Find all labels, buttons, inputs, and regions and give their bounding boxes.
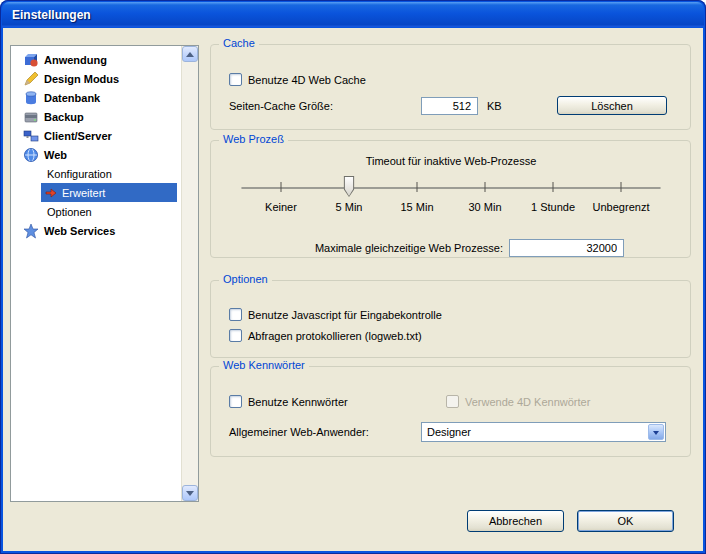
web-process-group: Web Prozeß Timeout für inaktive Web-Proz… bbox=[210, 140, 691, 258]
backup-icon bbox=[23, 109, 39, 125]
sidebar-item-label: Design Modus bbox=[44, 73, 119, 85]
page-cache-size-input[interactable] bbox=[421, 97, 478, 115]
titlebar[interactable]: Einstellungen bbox=[2, 2, 704, 27]
slider-thumb[interactable] bbox=[344, 176, 355, 197]
database-icon bbox=[23, 90, 39, 106]
checkbox-label: Benutze 4D Web Cache bbox=[248, 74, 366, 86]
sidebar-item-label: Web Services bbox=[44, 225, 115, 237]
web-globe-icon bbox=[23, 147, 39, 163]
cancel-button[interactable]: Abbrechen bbox=[467, 510, 564, 532]
sidebar-item-label: Datenbank bbox=[44, 92, 100, 104]
timeout-slider-label: Timeout für inaktive Web-Prozesse bbox=[241, 155, 661, 167]
design-mode-icon bbox=[23, 71, 39, 87]
slider-tick bbox=[621, 182, 622, 192]
sidebar-item-label: Web bbox=[44, 149, 67, 161]
use-4d-web-cache-checkbox[interactable]: Benutze 4D Web Cache bbox=[229, 72, 366, 87]
slider-thumb-face bbox=[345, 177, 354, 196]
sidebar-item-backup[interactable]: Backup bbox=[11, 107, 181, 126]
settings-window: Einstellungen Anwendung Design Modus bbox=[0, 0, 706, 554]
slider-tick-label: 15 Min bbox=[400, 201, 433, 213]
log-requests-checkbox[interactable]: Abfragen protokollieren (logweb.txt) bbox=[229, 328, 422, 343]
max-web-processes-input[interactable] bbox=[509, 239, 624, 257]
checkbox-label: Verwende 4D Kennwörter bbox=[465, 396, 590, 408]
dropdown-button[interactable] bbox=[648, 424, 664, 440]
sidebar-item-label: Optionen bbox=[47, 206, 92, 218]
window-title: Einstellungen bbox=[12, 8, 91, 22]
sidebar-item-datenbank[interactable]: Datenbank bbox=[11, 88, 181, 107]
generic-web-user-dropdown[interactable]: Designer bbox=[421, 422, 666, 442]
max-web-processes-row: Maximale gleichzeitige Web Prozesse: bbox=[315, 239, 624, 257]
timeout-slider[interactable]: Keiner 5 Min 15 Min 30 Min 1 Stunde Unbe… bbox=[241, 173, 661, 233]
scroll-up-button[interactable] bbox=[182, 46, 198, 62]
slider-tick bbox=[281, 182, 282, 192]
options-group-title: Optionen bbox=[219, 273, 272, 285]
checkbox-label: Benutze Kennwörter bbox=[248, 396, 348, 408]
cache-group-title: Cache bbox=[219, 37, 259, 49]
web-services-icon bbox=[23, 223, 39, 239]
checkbox-box[interactable] bbox=[229, 308, 242, 321]
dropdown-selected-value: Designer bbox=[427, 426, 471, 438]
settings-nav-list: Anwendung Design Modus Datenbank bbox=[11, 46, 181, 501]
web-process-group-title: Web Prozeß bbox=[219, 133, 288, 145]
sidebar-item-optionen[interactable]: Optionen bbox=[11, 202, 181, 221]
sidebar-item-anwendung[interactable]: Anwendung bbox=[11, 50, 181, 69]
javascript-validation-checkbox[interactable]: Benutze Javascript für Eingabekontrolle bbox=[229, 307, 442, 322]
application-icon bbox=[23, 52, 39, 68]
ok-button[interactable]: OK bbox=[577, 510, 674, 532]
page-cache-size-label: Seiten-Cache Größe: bbox=[229, 100, 333, 112]
slider-tick-label: Unbegrenzt bbox=[593, 201, 650, 213]
slider-tick bbox=[485, 182, 486, 192]
slider-tick-label: 5 Min bbox=[336, 201, 363, 213]
checkbox-box[interactable] bbox=[229, 73, 242, 86]
settings-nav: Anwendung Design Modus Datenbank bbox=[10, 45, 199, 502]
options-group: Optionen Benutze Javascript für Eingabek… bbox=[210, 280, 691, 358]
generic-web-user-label: Allgemeiner Web-Anwender: bbox=[229, 426, 369, 438]
sidebar-item-label: Konfiguration bbox=[47, 168, 112, 180]
scroll-up-arrow-icon bbox=[186, 52, 194, 57]
checkbox-label: Abfragen protokollieren (logweb.txt) bbox=[248, 330, 422, 342]
slider-tick-zone: Keiner 5 Min 15 Min 30 Min 1 Stunde Unbe… bbox=[281, 173, 621, 233]
slider-tick bbox=[553, 182, 554, 192]
sidebar-item-konfiguration[interactable]: Konfiguration bbox=[11, 164, 181, 183]
web-passwords-group: Web Kennwörter Benutze Kennwörter Verwen… bbox=[210, 366, 691, 457]
checkbox-box bbox=[446, 395, 459, 408]
sidebar-item-label: Erweitert bbox=[62, 187, 105, 199]
chevron-down-icon bbox=[653, 431, 659, 438]
use-passwords-checkbox[interactable]: Benutze Kennwörter bbox=[229, 394, 348, 409]
sidebar-item-client-server[interactable]: Client/Server bbox=[11, 126, 181, 145]
sidebar-item-label: Client/Server bbox=[44, 130, 112, 142]
sidebar-item-design-modus[interactable]: Design Modus bbox=[11, 69, 181, 88]
scroll-down-button[interactable] bbox=[182, 485, 198, 501]
page-cache-size-unit: KB bbox=[487, 100, 502, 112]
cache-group: Cache Benutze 4D Web Cache Seiten-Cache … bbox=[210, 44, 691, 130]
sidebar-item-erweitert[interactable]: Erweitert bbox=[41, 183, 177, 202]
erweitert-marker-icon bbox=[45, 187, 57, 199]
checkbox-box[interactable] bbox=[229, 329, 242, 342]
slider-tick-label: 1 Stunde bbox=[531, 201, 575, 213]
sidebar-item-web[interactable]: Web bbox=[11, 145, 181, 164]
scroll-down-arrow-icon bbox=[186, 491, 194, 496]
sidebar-item-label: Anwendung bbox=[44, 54, 107, 66]
clear-cache-button[interactable]: Löschen bbox=[557, 96, 667, 115]
sidebar-scrollbar[interactable] bbox=[181, 46, 198, 501]
slider-tick-label: Keiner bbox=[265, 201, 297, 213]
slider-tick-label: 30 Min bbox=[468, 201, 501, 213]
slider-tick bbox=[417, 182, 418, 192]
max-web-processes-label: Maximale gleichzeitige Web Prozesse: bbox=[315, 242, 503, 254]
dialog-body: Anwendung Design Modus Datenbank bbox=[3, 28, 703, 551]
client-server-icon bbox=[23, 128, 39, 144]
sidebar-item-label: Backup bbox=[44, 111, 84, 123]
checkbox-label: Benutze Javascript für Eingabekontrolle bbox=[248, 309, 442, 321]
sidebar-item-web-services[interactable]: Web Services bbox=[11, 221, 181, 240]
web-passwords-group-title: Web Kennwörter bbox=[219, 359, 309, 371]
use-4d-passwords-checkbox: Verwende 4D Kennwörter bbox=[446, 394, 590, 409]
checkbox-box[interactable] bbox=[229, 395, 242, 408]
